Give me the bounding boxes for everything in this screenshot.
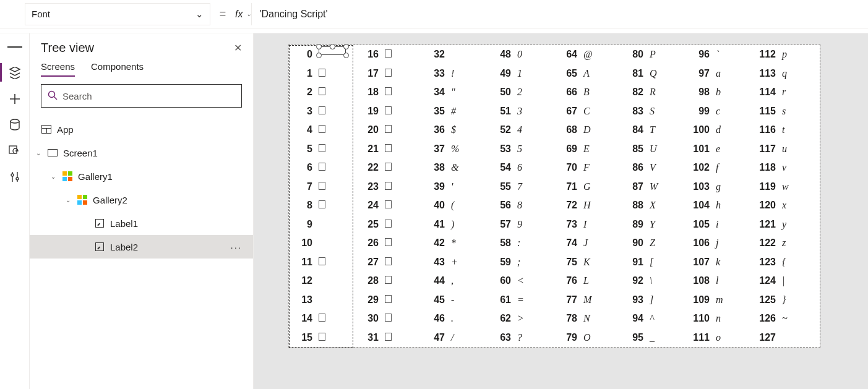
chevron-down-icon[interactable]: ⌄: [35, 150, 42, 156]
ascii-code: 107: [686, 257, 716, 268]
gallery-icon: [77, 195, 87, 205]
ascii-glyph: q: [782, 68, 810, 79]
ascii-code: 127: [752, 332, 782, 343]
ascii-code: 40: [421, 200, 451, 211]
ascii-glyph: B: [583, 87, 612, 98]
ascii-cell: 513: [488, 102, 554, 121]
tree-label: App: [57, 124, 74, 135]
ascii-cell: 32: [421, 45, 488, 64]
ascii-glyph: k: [716, 257, 744, 268]
ascii-cell: 82R: [620, 83, 686, 102]
hamburger-icon[interactable]: [7, 40, 22, 54]
ascii-cell: 111o: [686, 328, 752, 348]
ascii-glyph: .: [451, 313, 479, 324]
ascii-cell: 125}: [752, 291, 819, 310]
ascii-glyph: w: [782, 181, 810, 192]
ascii-code: 96: [686, 49, 716, 60]
ascii-cell: 104h: [686, 196, 752, 215]
insert-icon[interactable]: [7, 92, 22, 106]
ascii-column: 80P81Q82R83S84T85U86V87W88X89Y90Z91[92\9…: [620, 45, 686, 347]
property-dropdown[interactable]: Font ⌄: [25, 3, 210, 25]
ascii-glyph: z: [782, 237, 810, 249]
ascii-code: 98: [686, 87, 716, 98]
ascii-glyph: G: [583, 181, 612, 192]
ascii-glyph: 2: [517, 87, 546, 98]
ascii-code: 45: [421, 294, 451, 306]
ascii-code: 115: [752, 106, 782, 117]
fx-button[interactable]: fx ⌄: [235, 9, 251, 20]
ascii-code: 71: [554, 181, 583, 192]
tree-node-app[interactable]: App: [30, 118, 253, 141]
ascii-cell: 102f: [686, 158, 752, 177]
tree-label: Screen1: [63, 148, 98, 158]
ascii-cell: 18: [355, 83, 421, 102]
tree-node-label1[interactable]: Label1: [30, 212, 253, 235]
ascii-glyph: 8: [517, 200, 546, 211]
ascii-column: 96`97a98b99c100d101e102f103g104h105i106j…: [686, 45, 752, 347]
chevron-down-icon[interactable]: ⌄: [64, 197, 72, 203]
more-icon[interactable]: ···: [230, 242, 242, 252]
chevron-down-icon[interactable]: ⌄: [49, 173, 57, 180]
data-icon[interactable]: [7, 118, 22, 132]
tab-screens[interactable]: Screens: [41, 61, 75, 77]
ascii-code: 19: [355, 106, 385, 117]
tree-node-gallery2[interactable]: ⌄ Gallery2: [30, 188, 253, 212]
formula-text: 'Dancing Script': [259, 9, 327, 20]
canvas[interactable]: 0123456789101112131415161718192021222324…: [254, 33, 868, 389]
ascii-code: 18: [355, 87, 385, 98]
ascii-glyph: W: [650, 181, 678, 192]
tools-icon[interactable]: [7, 169, 22, 184]
ascii-code: 91: [620, 257, 650, 268]
ascii-glyph: K: [583, 257, 612, 268]
ascii-cell: 109m: [686, 291, 752, 310]
ascii-glyph: P: [650, 49, 678, 60]
ascii-cell: 27: [355, 253, 421, 272]
app-icon: [41, 125, 51, 134]
tab-components[interactable]: Components: [91, 61, 144, 77]
ascii-code: 17: [355, 68, 385, 79]
gallery-preview[interactable]: 0123456789101112131415161718192021222324…: [288, 45, 820, 348]
ascii-cell: 81Q: [620, 64, 686, 83]
ascii-code: 82: [620, 87, 650, 98]
svg-point-4: [49, 91, 55, 97]
ascii-code: 67: [554, 106, 583, 117]
ascii-code: 52: [488, 124, 517, 135]
ascii-glyph: ': [451, 181, 479, 192]
ascii-cell: 60<: [488, 271, 554, 291]
tree-node-gallery1[interactable]: ⌄ Gallery1: [30, 165, 253, 188]
ascii-glyph: %: [451, 143, 479, 155]
treeview-icon[interactable]: [7, 66, 22, 80]
ascii-glyph: t: [782, 124, 810, 135]
ascii-code: 46: [421, 313, 451, 324]
ascii-code: 34: [421, 87, 451, 98]
close-icon[interactable]: ✕: [234, 42, 242, 54]
ascii-cell: 71G: [554, 177, 620, 197]
ascii-glyph: 0: [517, 49, 546, 60]
selection-handles[interactable]: [316, 44, 351, 60]
tree-node-label2[interactable]: Label2 ···: [30, 235, 253, 259]
ascii-code: 75: [554, 257, 583, 268]
formula-input[interactable]: 'Dancing Script': [251, 3, 868, 25]
ascii-cell: 535: [488, 140, 554, 159]
search-input[interactable]: Search: [41, 84, 242, 108]
ascii-code: 89: [620, 219, 650, 230]
ascii-code: 58: [488, 237, 517, 249]
ascii-cell: 126~: [752, 309, 819, 328]
ascii-code: 49: [488, 68, 517, 79]
ascii-code: 27: [355, 257, 385, 268]
ascii-cell: 25: [355, 215, 421, 234]
ascii-cell: 112p: [752, 45, 819, 64]
ascii-code: 50: [488, 87, 517, 98]
equals-label: =: [210, 7, 235, 20]
ascii-glyph: :: [517, 237, 546, 249]
ascii-code: 60: [488, 275, 517, 286]
ascii-code: 105: [686, 219, 716, 230]
media-icon[interactable]: [7, 143, 22, 158]
tree-node-screen1[interactable]: ⌄ Screen1: [30, 141, 253, 165]
ascii-glyph: #: [451, 106, 479, 117]
ascii-cell: 42*: [421, 234, 488, 253]
ascii-cell: 21: [355, 140, 421, 159]
ascii-cell: 66B: [554, 83, 620, 102]
ascii-code: 90: [620, 237, 650, 249]
ascii-code: 79: [554, 332, 583, 343]
